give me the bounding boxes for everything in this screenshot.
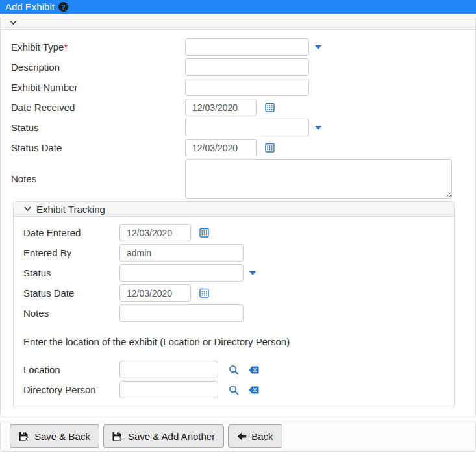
date-received-label: Date Received — [11, 102, 185, 113]
caret-down-icon[interactable] — [315, 45, 321, 49]
entered-by-label: Entered By — [23, 247, 119, 258]
status-label: Status — [11, 122, 185, 133]
caret-down-icon[interactable] — [249, 271, 256, 275]
save-and-back-button[interactable]: Save & Back — [10, 424, 99, 448]
notes-textarea[interactable] — [185, 159, 452, 199]
tracking-notes-row: Notes — [23, 304, 454, 322]
search-icon[interactable] — [229, 385, 239, 395]
exhibit-number-input[interactable] — [185, 79, 309, 96]
panel-collapse-bar[interactable] — [1, 16, 475, 30]
tracking-status-label: Status — [23, 267, 119, 278]
backspace-clear-icon[interactable] — [249, 386, 259, 394]
save-and-add-another-label: Save & Add Another — [128, 431, 215, 442]
tracking-status-input[interactable] — [119, 264, 244, 282]
exhibit-type-label-text: Exhibit Type — [11, 42, 64, 53]
date-entered-row: Date Entered — [23, 224, 454, 241]
arrow-left-icon — [237, 432, 247, 441]
exhibit-tracking-collapse-bar[interactable]: Exhibit Tracking — [14, 202, 454, 217]
location-input[interactable] — [119, 361, 218, 378]
date-entered-label: Date Entered — [23, 227, 119, 238]
backspace-clear-icon[interactable] — [249, 366, 259, 374]
status-date-input[interactable] — [185, 139, 257, 156]
floppy-save-add-icon — [112, 432, 123, 441]
tracking-status-row: Status — [23, 264, 454, 282]
calendar-icon[interactable] — [199, 288, 209, 298]
exhibit-type-row: Exhibit Type* — [11, 38, 475, 56]
exhibit-number-row: Exhibit Number — [11, 79, 475, 96]
date-received-row: Date Received — [11, 99, 475, 116]
floppy-save-back-icon — [19, 432, 30, 441]
action-button-bar: Save & Back Save & Add Another Back — [0, 421, 476, 452]
calendar-icon[interactable] — [199, 228, 209, 238]
calendar-icon[interactable] — [265, 143, 275, 153]
page-header: Add Exhibit ? — [0, 0, 476, 14]
add-exhibit-panel: Exhibit Type* Description Exhibit Number… — [0, 16, 476, 417]
tracking-notes-label: Notes — [23, 308, 119, 319]
location-instruction: Enter the location of the exhibit (Locat… — [23, 336, 454, 347]
exhibit-tracking-title: Exhibit Tracking — [36, 204, 105, 215]
notes-label: Notes — [11, 173, 185, 184]
date-received-input[interactable] — [185, 99, 257, 116]
tracking-status-date-input[interactable] — [119, 284, 191, 302]
chevron-down-icon[interactable] — [10, 20, 17, 25]
date-entered-input[interactable] — [119, 224, 191, 241]
entered-by-row: Entered By — [23, 244, 454, 262]
status-input[interactable] — [185, 119, 309, 136]
page-title: Add Exhibit — [5, 0, 55, 14]
description-input[interactable] — [185, 58, 309, 76]
save-and-add-another-button[interactable]: Save & Add Another — [103, 424, 224, 448]
directory-person-input[interactable] — [119, 381, 218, 398]
status-date-row: Status Date — [11, 139, 475, 156]
location-label: Location — [23, 364, 119, 375]
notes-row: Notes — [11, 159, 475, 199]
tracking-status-date-row: Status Date — [23, 284, 454, 302]
caret-down-icon[interactable] — [315, 126, 321, 130]
back-label: Back — [251, 431, 273, 442]
directory-person-row: Directory Person — [23, 381, 454, 398]
location-row: Location — [23, 361, 454, 378]
exhibit-number-label: Exhibit Number — [11, 82, 185, 93]
search-icon[interactable] — [229, 365, 239, 375]
required-marker: * — [64, 42, 68, 53]
exhibit-type-input[interactable] — [185, 38, 309, 56]
add-exhibit-form: Exhibit Type* Description Exhibit Number… — [1, 30, 475, 417]
status-row: Status — [11, 119, 475, 136]
entered-by-input[interactable] — [119, 244, 244, 262]
help-icon[interactable]: ? — [58, 2, 68, 12]
calendar-icon[interactable] — [265, 103, 275, 112]
description-label: Description — [11, 62, 185, 73]
save-and-back-label: Save & Back — [34, 431, 90, 442]
status-date-label: Status Date — [11, 142, 185, 153]
exhibit-type-label: Exhibit Type* — [11, 42, 185, 53]
description-row: Description — [11, 58, 475, 76]
chevron-down-icon[interactable] — [24, 206, 31, 212]
directory-person-label: Directory Person — [23, 384, 119, 395]
back-button[interactable]: Back — [228, 424, 282, 448]
exhibit-tracking-body: Date Entered Entered By Status — [14, 217, 454, 408]
tracking-notes-input[interactable] — [119, 304, 244, 322]
tracking-status-date-label: Status Date — [23, 288, 119, 299]
exhibit-tracking-panel: Exhibit Tracking Date Entered Entered By — [13, 201, 455, 408]
